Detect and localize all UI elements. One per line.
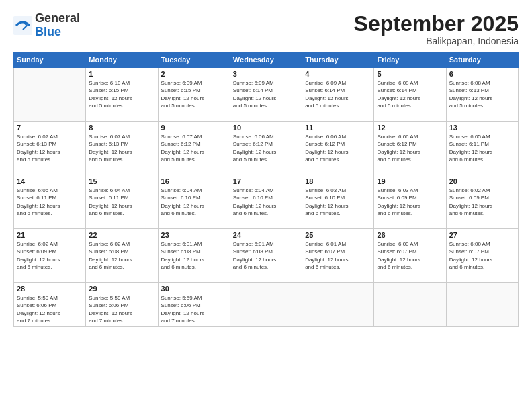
day-number: 13 bbox=[449, 124, 515, 132]
day-cell: 24Sunrise: 6:01 AM Sunset: 6:08 PM Dayli… bbox=[230, 229, 302, 283]
day-cell: 7Sunrise: 6:07 AM Sunset: 6:13 PM Daylig… bbox=[14, 122, 86, 175]
header-row: SundayMondayTuesdayWednesdayThursdayFrid… bbox=[14, 52, 519, 68]
day-cell: 27Sunrise: 6:00 AM Sunset: 6:07 PM Dayli… bbox=[446, 229, 518, 283]
day-number: 18 bbox=[305, 177, 371, 185]
week-row-3: 21Sunrise: 6:02 AM Sunset: 6:09 PM Dayli… bbox=[14, 229, 519, 283]
day-cell bbox=[14, 68, 86, 122]
day-cell: 17Sunrise: 6:04 AM Sunset: 6:10 PM Dayli… bbox=[230, 175, 302, 229]
day-cell: 5Sunrise: 6:08 AM Sunset: 6:14 PM Daylig… bbox=[374, 68, 446, 122]
day-cell: 19Sunrise: 6:03 AM Sunset: 6:09 PM Dayli… bbox=[374, 175, 446, 229]
day-info: Sunrise: 6:02 AM Sunset: 6:09 PM Dayligh… bbox=[17, 240, 83, 271]
day-number: 26 bbox=[377, 231, 443, 239]
day-number: 15 bbox=[89, 177, 154, 185]
day-cell: 10Sunrise: 6:06 AM Sunset: 6:12 PM Dayli… bbox=[230, 122, 302, 175]
day-number: 8 bbox=[89, 124, 154, 132]
day-cell: 3Sunrise: 6:09 AM Sunset: 6:14 PM Daylig… bbox=[230, 68, 302, 122]
day-cell: 18Sunrise: 6:03 AM Sunset: 6:10 PM Dayli… bbox=[302, 175, 374, 229]
day-info: Sunrise: 6:04 AM Sunset: 6:10 PM Dayligh… bbox=[161, 187, 227, 217]
day-cell: 12Sunrise: 6:06 AM Sunset: 6:12 PM Dayli… bbox=[374, 122, 446, 175]
day-info: Sunrise: 6:10 AM Sunset: 6:15 PM Dayligh… bbox=[89, 79, 154, 109]
header-wednesday: Wednesday bbox=[230, 52, 302, 68]
day-info: Sunrise: 6:05 AM Sunset: 6:11 PM Dayligh… bbox=[449, 133, 515, 163]
day-cell: 16Sunrise: 6:04 AM Sunset: 6:10 PM Dayli… bbox=[158, 175, 230, 229]
day-info: Sunrise: 6:04 AM Sunset: 6:11 PM Dayligh… bbox=[89, 187, 154, 217]
day-cell bbox=[302, 283, 374, 327]
day-info: Sunrise: 5:59 AM Sunset: 6:06 PM Dayligh… bbox=[161, 294, 227, 324]
day-cell: 22Sunrise: 6:02 AM Sunset: 6:08 PM Dayli… bbox=[86, 229, 158, 283]
calendar-table: SundayMondayTuesdayWednesdayThursdayFrid… bbox=[13, 52, 519, 327]
day-number: 19 bbox=[377, 177, 443, 185]
day-cell: 15Sunrise: 6:04 AM Sunset: 6:11 PM Dayli… bbox=[86, 175, 158, 229]
day-info: Sunrise: 6:07 AM Sunset: 6:12 PM Dayligh… bbox=[161, 133, 227, 163]
day-number: 6 bbox=[449, 70, 515, 78]
day-number: 22 bbox=[89, 231, 154, 239]
logo-general-text: General bbox=[35, 12, 80, 26]
title-area: September 2025 Balikpapan, Indonesia bbox=[354, 12, 519, 46]
day-info: Sunrise: 6:01 AM Sunset: 6:08 PM Dayligh… bbox=[233, 240, 299, 271]
day-number: 12 bbox=[377, 124, 443, 132]
logo-icon bbox=[13, 16, 32, 35]
day-cell: 29Sunrise: 5:59 AM Sunset: 6:06 PM Dayli… bbox=[86, 283, 158, 327]
day-info: Sunrise: 5:59 AM Sunset: 6:06 PM Dayligh… bbox=[17, 294, 83, 324]
header-monday: Monday bbox=[86, 52, 158, 68]
day-info: Sunrise: 6:06 AM Sunset: 6:12 PM Dayligh… bbox=[233, 133, 299, 163]
day-number: 14 bbox=[17, 177, 83, 185]
day-info: Sunrise: 6:07 AM Sunset: 6:13 PM Dayligh… bbox=[89, 133, 154, 163]
day-number: 1 bbox=[89, 70, 154, 78]
day-cell: 20Sunrise: 6:02 AM Sunset: 6:09 PM Dayli… bbox=[446, 175, 518, 229]
month-title: September 2025 bbox=[354, 12, 519, 36]
day-info: Sunrise: 6:02 AM Sunset: 6:08 PM Dayligh… bbox=[89, 240, 154, 271]
day-number: 5 bbox=[377, 70, 443, 78]
day-cell: 4Sunrise: 6:09 AM Sunset: 6:14 PM Daylig… bbox=[302, 68, 374, 122]
day-number: 3 bbox=[233, 70, 299, 78]
day-info: Sunrise: 6:00 AM Sunset: 6:07 PM Dayligh… bbox=[377, 240, 443, 271]
day-cell: 9Sunrise: 6:07 AM Sunset: 6:12 PM Daylig… bbox=[158, 122, 230, 175]
day-number: 11 bbox=[305, 124, 371, 132]
day-info: Sunrise: 6:02 AM Sunset: 6:09 PM Dayligh… bbox=[449, 187, 515, 217]
header-thursday: Thursday bbox=[302, 52, 374, 68]
day-cell: 28Sunrise: 5:59 AM Sunset: 6:06 PM Dayli… bbox=[14, 283, 86, 327]
day-number: 24 bbox=[233, 231, 299, 239]
day-cell: 21Sunrise: 6:02 AM Sunset: 6:09 PM Dayli… bbox=[14, 229, 86, 283]
day-number: 10 bbox=[233, 124, 299, 132]
day-number: 16 bbox=[161, 177, 227, 185]
day-number: 28 bbox=[17, 285, 83, 293]
day-cell bbox=[446, 283, 518, 327]
day-info: Sunrise: 6:01 AM Sunset: 6:08 PM Dayligh… bbox=[161, 240, 227, 271]
day-info: Sunrise: 6:06 AM Sunset: 6:12 PM Dayligh… bbox=[305, 133, 371, 163]
day-info: Sunrise: 6:03 AM Sunset: 6:09 PM Dayligh… bbox=[377, 187, 443, 217]
day-info: Sunrise: 6:08 AM Sunset: 6:13 PM Dayligh… bbox=[449, 79, 515, 109]
day-number: 27 bbox=[449, 231, 515, 239]
day-number: 9 bbox=[161, 124, 227, 132]
day-number: 29 bbox=[89, 285, 154, 293]
day-cell: 6Sunrise: 6:08 AM Sunset: 6:13 PM Daylig… bbox=[446, 68, 518, 122]
day-number: 20 bbox=[449, 177, 515, 185]
week-row-1: 7Sunrise: 6:07 AM Sunset: 6:13 PM Daylig… bbox=[14, 122, 519, 175]
day-info: Sunrise: 6:06 AM Sunset: 6:12 PM Dayligh… bbox=[377, 133, 443, 163]
day-number: 7 bbox=[17, 124, 83, 132]
day-info: Sunrise: 6:09 AM Sunset: 6:14 PM Dayligh… bbox=[233, 79, 299, 109]
day-number: 25 bbox=[305, 231, 371, 239]
day-info: Sunrise: 6:07 AM Sunset: 6:13 PM Dayligh… bbox=[17, 133, 83, 163]
day-cell: 8Sunrise: 6:07 AM Sunset: 6:13 PM Daylig… bbox=[86, 122, 158, 175]
week-row-2: 14Sunrise: 6:05 AM Sunset: 6:11 PM Dayli… bbox=[14, 175, 519, 229]
day-info: Sunrise: 6:03 AM Sunset: 6:10 PM Dayligh… bbox=[305, 187, 371, 217]
day-number: 21 bbox=[17, 231, 83, 239]
day-cell: 1Sunrise: 6:10 AM Sunset: 6:15 PM Daylig… bbox=[86, 68, 158, 122]
day-info: Sunrise: 6:01 AM Sunset: 6:07 PM Dayligh… bbox=[305, 240, 371, 271]
location-subtitle: Balikpapan, Indonesia bbox=[354, 36, 519, 46]
header-sunday: Sunday bbox=[14, 52, 86, 68]
day-number: 30 bbox=[161, 285, 227, 293]
header-saturday: Saturday bbox=[446, 52, 518, 68]
day-info: Sunrise: 5:59 AM Sunset: 6:06 PM Dayligh… bbox=[89, 294, 154, 324]
header-friday: Friday bbox=[374, 52, 446, 68]
logo-blue-text: Blue bbox=[35, 26, 80, 39]
day-info: Sunrise: 6:00 AM Sunset: 6:07 PM Dayligh… bbox=[449, 240, 515, 271]
day-info: Sunrise: 6:08 AM Sunset: 6:14 PM Dayligh… bbox=[377, 79, 443, 109]
day-cell: 14Sunrise: 6:05 AM Sunset: 6:11 PM Dayli… bbox=[14, 175, 86, 229]
day-cell: 30Sunrise: 5:59 AM Sunset: 6:06 PM Dayli… bbox=[158, 283, 230, 327]
day-number: 23 bbox=[161, 231, 227, 239]
day-info: Sunrise: 6:05 AM Sunset: 6:11 PM Dayligh… bbox=[17, 187, 83, 217]
day-cell: 25Sunrise: 6:01 AM Sunset: 6:07 PM Dayli… bbox=[302, 229, 374, 283]
day-info: Sunrise: 6:09 AM Sunset: 6:14 PM Dayligh… bbox=[305, 79, 371, 109]
